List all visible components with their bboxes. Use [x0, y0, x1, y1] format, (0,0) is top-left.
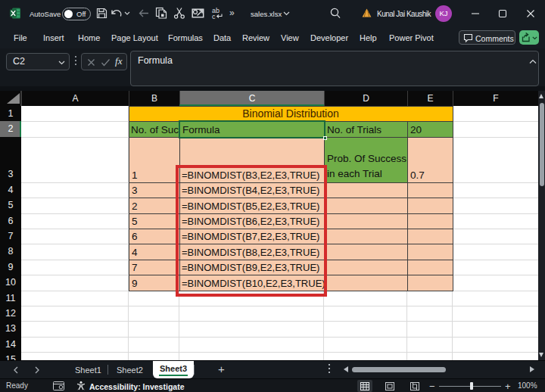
- svg-text:c: c: [212, 13, 216, 20]
